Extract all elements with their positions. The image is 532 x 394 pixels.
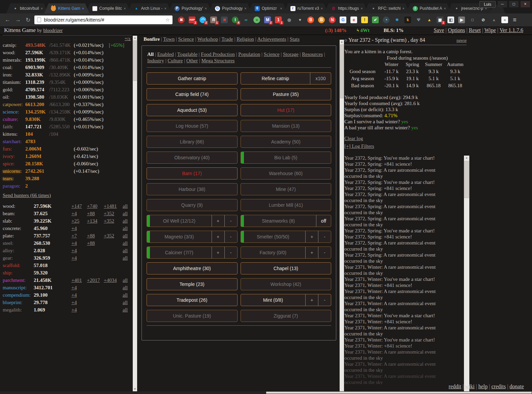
extension-icon[interactable]: N: [329, 17, 336, 23]
craft-link[interactable]: +4: [71, 292, 87, 298]
building-button-mint-0-8-[interactable]: Mint (0/8)+-: [241, 294, 332, 306]
extension-icon[interactable]: e: [350, 17, 357, 23]
craft-link[interactable]: +25: [71, 218, 87, 224]
header-link-options[interactable]: Options: [448, 27, 465, 33]
filter-enabled[interactable]: Enabled: [157, 52, 174, 57]
building-button-temple-23-[interactable]: Temple (23): [147, 278, 238, 290]
url-text[interactable]: bloodrizer.ru/games/kittens/#: [44, 17, 165, 23]
tab-trade[interactable]: Trade: [221, 36, 233, 42]
extension-icon[interactable]: ✳: [394, 17, 400, 23]
building-button-magneto-3-3-[interactable]: Magneto (3/3)+-: [147, 231, 238, 243]
back-icon[interactable]: ←: [5, 17, 10, 24]
footer-link-wiki[interactable]: wiki: [465, 384, 474, 389]
clear-log-link[interactable]: Clear log: [344, 136, 363, 141]
building-button-observatory-40-[interactable]: Observatory (40): [147, 152, 238, 164]
craft-link[interactable]: +4: [71, 226, 87, 231]
extension-icon[interactable]: ●: [501, 17, 508, 23]
scroll-up-icon[interactable]: ▲: [464, 156, 469, 160]
craft-link[interactable]: all: [123, 218, 132, 224]
building-button-gather-catnip[interactable]: Gather catnip: [147, 72, 238, 85]
craft-link[interactable]: +88: [87, 211, 104, 217]
extension-icon[interactable]: ✖: [178, 17, 185, 23]
extension-icon[interactable]: M2: [264, 17, 271, 23]
header-link-wipe[interactable]: Wipe: [484, 27, 496, 33]
left-scrollbar[interactable]: ▲ ▼: [133, 36, 137, 391]
author-link[interactable]: bloodrizer: [43, 28, 63, 33]
extension-icon[interactable]: B: [307, 17, 314, 23]
tab-close-icon[interactable]: ×: [41, 6, 43, 10]
craft-link[interactable]: all: [123, 240, 132, 246]
extension-icon[interactable]: R1: [210, 17, 217, 23]
craft-link[interactable]: all: [123, 211, 132, 217]
craft-link[interactable]: +4: [71, 211, 87, 217]
building-button-aqueduct-53-[interactable]: Aqueduct (53): [147, 104, 238, 116]
increment-button[interactable]: +: [305, 231, 318, 242]
send-hunters-link[interactable]: Send hunters (66 times): [3, 193, 51, 198]
craft-link[interactable]: all: [123, 203, 132, 209]
extension-icon[interactable]: □: [469, 17, 476, 23]
extension-icon[interactable]: ⊘: [480, 17, 487, 23]
filter-resources[interactable]: Resources: [302, 52, 323, 57]
craft-link[interactable]: all: [123, 307, 132, 313]
building-button-bio-lab-5-[interactable]: Bio Lab (5): [241, 152, 332, 164]
building-button-factory-0-0-[interactable]: Factory (0/0)+-: [241, 247, 332, 259]
resource-collapse-toggle[interactable]: =/±: [125, 36, 131, 41]
browser-tab[interactable]: ●RFC: switchi×: [364, 3, 410, 13]
bookmark-star-icon[interactable]: ☆: [165, 17, 170, 23]
building-button-chapel-13-[interactable]: Chapel (13): [241, 262, 332, 274]
filter-togglable[interactable]: Togglable: [177, 52, 197, 57]
browser-tab[interactable]: PPsychology'×: [168, 3, 212, 13]
scroll-up-icon[interactable]: ▲: [133, 36, 137, 40]
craft-link[interactable]: +401: [71, 277, 87, 283]
extension-icon[interactable]: ABP1: [189, 17, 195, 23]
building-button-warehouse-60-[interactable]: Warehouse (60): [241, 167, 332, 179]
craft-link[interactable]: +4: [71, 285, 87, 291]
craft-link[interactable]: +2017: [87, 277, 104, 283]
craft-link[interactable]: +4: [71, 255, 87, 261]
extension-icon[interactable]: ◧: [447, 17, 454, 23]
scrollbar-thumb[interactable]: [464, 161, 469, 198]
reload-icon[interactable]: ↻: [26, 17, 30, 24]
extension-icon[interactable]: Ψ: [415, 17, 422, 23]
extension-icon[interactable]: B: [318, 17, 325, 23]
filter-food-production[interactable]: Food Production: [201, 52, 234, 57]
tab-close-icon[interactable]: ×: [244, 6, 246, 10]
extension-icon[interactable]: ▲: [426, 17, 433, 23]
craft-link[interactable]: all: [123, 285, 132, 291]
increment-button[interactable]: +: [305, 294, 318, 306]
craft-link[interactable]: +352: [104, 233, 123, 239]
pause-link[interactable]: pawse: [457, 38, 467, 43]
craft-link[interactable]: +88: [87, 240, 104, 246]
craft-link[interactable]: all: [123, 255, 132, 261]
filter-culture[interactable]: Culture: [168, 58, 183, 63]
craft-link[interactable]: +4: [71, 307, 87, 313]
extension-icon[interactable]: ●: [253, 17, 260, 23]
browser-tab[interactable]: ●bitcoin/buil×: [6, 3, 48, 13]
close-button[interactable]: ×: [521, 1, 530, 7]
browser-tab[interactable]: GPsychology×: [208, 3, 252, 13]
building-button-barn-17-[interactable]: Barn (17): [147, 167, 238, 179]
tab-close-icon[interactable]: ×: [444, 6, 446, 10]
scroll-up-icon[interactable]: ▲: [340, 40, 344, 44]
tab-close-icon[interactable]: ×: [361, 6, 363, 10]
craft-link[interactable]: all: [123, 277, 132, 283]
craft-link[interactable]: +7: [71, 233, 87, 239]
footer-link-reddit[interactable]: reddit: [449, 384, 461, 389]
building-button-mansion-13-[interactable]: Mansion (13): [241, 120, 332, 132]
decrement-button[interactable]: -: [224, 247, 237, 258]
filter-storage[interactable]: Storage: [283, 52, 299, 57]
building-button-quarry-9-[interactable]: Quarry (9): [147, 199, 238, 211]
tab-close-icon[interactable]: ×: [321, 6, 323, 10]
building-button-lumber-mill-41-[interactable]: Lumber Mill (41): [241, 199, 332, 211]
scrollbar-thumb[interactable]: [266, 392, 532, 394]
building-button-hut-17-[interactable]: Hut (17): [241, 104, 332, 116]
browser-tab[interactable]: IPushbullet A×: [406, 3, 451, 13]
decrement-button[interactable]: -: [224, 231, 237, 242]
horizontal-scrollbar[interactable]: [0, 391, 532, 394]
craft-link[interactable]: +88: [87, 233, 104, 239]
extension-icon[interactable]: ∞: [243, 17, 249, 23]
extension-icon[interactable]: ▲: [491, 17, 497, 23]
craft-link[interactable]: +4034: [104, 277, 123, 283]
building-button-tradepost-26-[interactable]: Tradepost (26): [147, 294, 238, 306]
url-bar[interactable]: bloodrizer.ru/games/kittens/# ☆: [34, 15, 173, 24]
